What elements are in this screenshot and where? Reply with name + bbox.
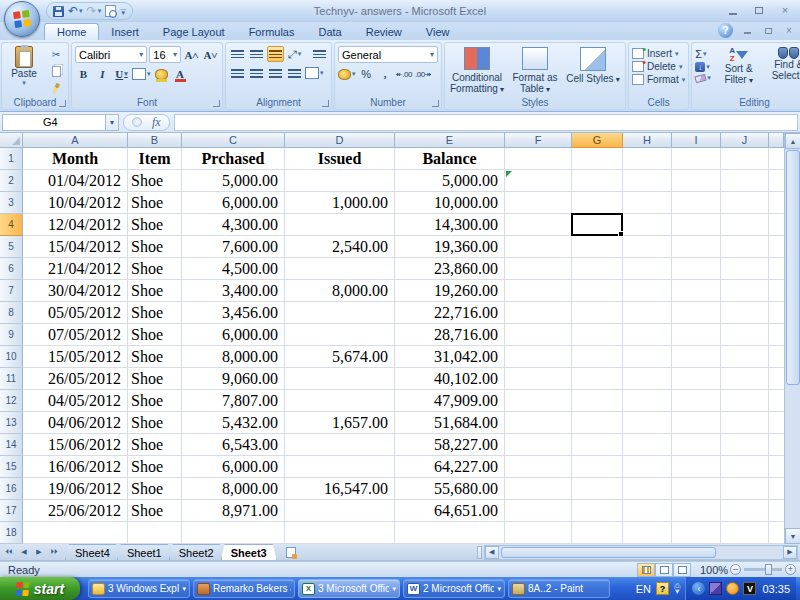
cell-I5[interactable] — [672, 236, 721, 258]
cell-J10[interactable] — [721, 346, 769, 368]
cell-A9[interactable]: 07/05/2012 — [23, 324, 128, 346]
zoom-level[interactable]: 100% — [700, 564, 728, 576]
font-size-select[interactable]: 16 — [149, 46, 181, 63]
cell-I16[interactable] — [672, 478, 721, 500]
cell-C12[interactable]: 7,807.00 — [182, 390, 285, 412]
cell-G14[interactable] — [572, 434, 623, 456]
wrap-text-button[interactable] — [311, 46, 328, 62]
row-header-18[interactable]: 18 — [0, 522, 23, 544]
cell-A10[interactable]: 15/05/2012 — [23, 346, 128, 368]
cell-I18[interactable] — [672, 522, 721, 544]
language-indicator[interactable]: EN — [636, 583, 651, 595]
cell-F12[interactable] — [505, 390, 572, 412]
cell-B8[interactable]: Shoe — [128, 302, 182, 324]
cell-B2[interactable]: Shoe — [128, 170, 182, 192]
cell-A14[interactable]: 15/06/2012 — [23, 434, 128, 456]
cell-B17[interactable]: Shoe — [128, 500, 182, 522]
number-format-select[interactable]: General — [338, 46, 438, 63]
cell-J5[interactable] — [721, 236, 769, 258]
cell-F18[interactable] — [505, 522, 572, 544]
cell-C10[interactable]: 8,000.00 — [182, 346, 285, 368]
cell-G7[interactable] — [572, 280, 623, 302]
tab-view[interactable]: View — [414, 24, 462, 40]
horizontal-scroll-thumb[interactable] — [501, 547, 716, 558]
cell-C13[interactable]: 5,432.00 — [182, 412, 285, 434]
cell-D1[interactable]: Issued — [285, 148, 395, 170]
tray-back-icon[interactable]: ‹ — [692, 582, 705, 595]
cell-B6[interactable]: Shoe — [128, 258, 182, 280]
cell-J9[interactable] — [721, 324, 769, 346]
taskbar-button-5[interactable]: 8A..2 - Paint — [508, 579, 610, 598]
cell-G3[interactable] — [572, 192, 623, 214]
scroll-down-button[interactable]: ▼ — [785, 528, 800, 544]
row-header-9[interactable]: 9 — [0, 324, 23, 346]
column-header-A[interactable]: A — [23, 133, 128, 148]
workbook-close-button[interactable]: × — [782, 25, 796, 37]
cell-G6[interactable] — [572, 258, 623, 280]
vertical-scroll-thumb[interactable] — [786, 150, 800, 385]
cell-G9[interactable] — [572, 324, 623, 346]
cell-I1[interactable] — [672, 148, 721, 170]
cell-A6[interactable]: 21/04/2012 — [23, 258, 128, 280]
tray-network-icon[interactable] — [709, 582, 722, 595]
cell-D14[interactable] — [285, 434, 395, 456]
autosum-button[interactable]: Σ — [695, 48, 711, 60]
cell-F2[interactable] — [505, 170, 572, 192]
insert-cells-button[interactable]: Insert — [632, 48, 685, 59]
cell-A12[interactable]: 04/05/2012 — [23, 390, 128, 412]
cell-C14[interactable]: 6,543.00 — [182, 434, 285, 456]
start-button[interactable]: start — [0, 577, 80, 600]
cell-D15[interactable] — [285, 456, 395, 478]
cell-A7[interactable]: 30/04/2012 — [23, 280, 128, 302]
orientation-button[interactable]: ⤢ — [286, 46, 303, 62]
cell-F6[interactable] — [505, 258, 572, 280]
cell-E9[interactable]: 28,716.00 — [395, 324, 505, 346]
align-left-button[interactable] — [229, 65, 246, 81]
fill-button[interactable]: ↓ — [695, 62, 711, 72]
cell-I4[interactable] — [672, 214, 721, 236]
cell-D10[interactable]: 5,674.00 — [285, 346, 395, 368]
cell-F9[interactable] — [505, 324, 572, 346]
row-header-12[interactable]: 12 — [0, 390, 23, 412]
cell-A18[interactable] — [23, 522, 128, 544]
previous-sheet-button[interactable]: ◀ — [17, 546, 31, 559]
cell-J3[interactable] — [721, 192, 769, 214]
cell-G8[interactable] — [572, 302, 623, 324]
zoom-in-button[interactable]: + — [785, 564, 796, 575]
paste-button[interactable]: Paste ▾ — [5, 46, 43, 95]
merge-center-button[interactable] — [305, 65, 324, 81]
clear-button[interactable] — [695, 74, 711, 82]
find-select-button[interactable]: Find & Select — [764, 46, 800, 95]
help-button[interactable]: ? — [718, 23, 733, 38]
sheet-tab-sheet4[interactable]: Sheet4 — [65, 544, 120, 560]
cell-H11[interactable] — [623, 368, 672, 390]
name-box[interactable]: G4 — [2, 114, 106, 131]
scroll-right-button[interactable]: ▶ — [783, 546, 797, 559]
alignment-dialog-launcher[interactable] — [322, 100, 329, 107]
cell-D16[interactable]: 16,547.00 — [285, 478, 395, 500]
page-layout-view-button[interactable] — [655, 563, 673, 577]
cell-I10[interactable] — [672, 346, 721, 368]
comma-button[interactable]: , — [377, 66, 394, 82]
sheet-tab-sheet1[interactable]: Sheet1 — [117, 544, 172, 560]
cell-H14[interactable] — [623, 434, 672, 456]
cell-C5[interactable]: 7,600.00 — [182, 236, 285, 258]
align-middle-button[interactable] — [248, 46, 265, 62]
increase-decimal-button[interactable]: ↞.00 — [396, 66, 413, 82]
cell-styles-button[interactable]: Cell Styles — [564, 46, 622, 95]
cell-A17[interactable]: 25/06/2012 — [23, 500, 128, 522]
cell-E13[interactable]: 51,684.00 — [395, 412, 505, 434]
cell-H1[interactable] — [623, 148, 672, 170]
cell-C7[interactable]: 3,400.00 — [182, 280, 285, 302]
cell-H4[interactable] — [623, 214, 672, 236]
cell-B14[interactable]: Shoe — [128, 434, 182, 456]
tab-split-handle[interactable] — [477, 546, 482, 559]
cell-I13[interactable] — [672, 412, 721, 434]
cell-D11[interactable] — [285, 368, 395, 390]
cell-F1[interactable] — [505, 148, 572, 170]
cell-G16[interactable] — [572, 478, 623, 500]
decrease-indent-button[interactable] — [286, 65, 303, 81]
cell-I11[interactable] — [672, 368, 721, 390]
page-break-view-button[interactable] — [673, 563, 691, 577]
align-right-button[interactable] — [267, 65, 284, 81]
